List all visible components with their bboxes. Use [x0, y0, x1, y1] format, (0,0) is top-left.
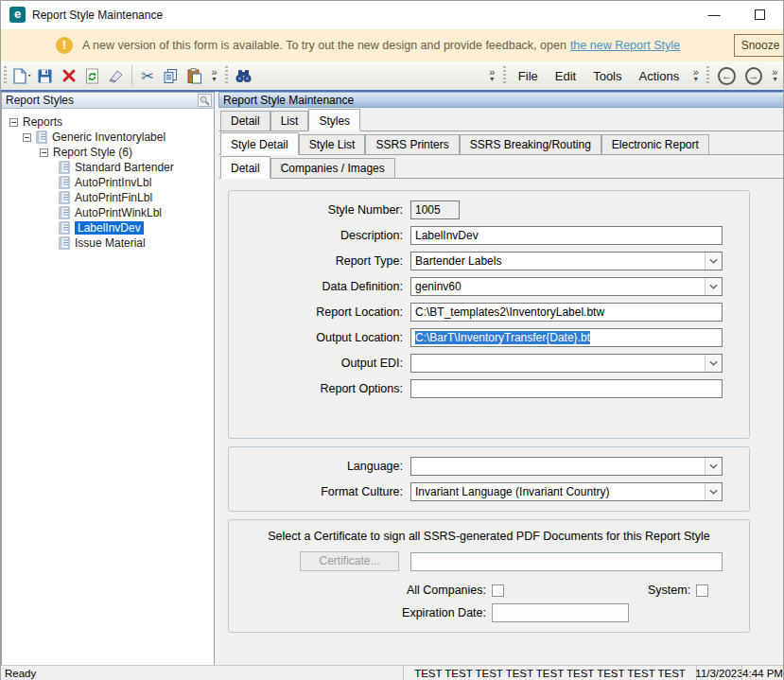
chevron-down-icon[interactable] — [705, 355, 722, 372]
menu-file[interactable]: File — [510, 65, 547, 87]
minimize-button[interactable]: — — [704, 5, 724, 24]
tab-detail[interactable]: Detail — [220, 111, 270, 131]
tree-leaf-standard-bartender[interactable]: Standard Bartender — [6, 160, 212, 175]
new-button[interactable] — [11, 64, 33, 87]
menubar-overflow-button[interactable]: »▾ — [486, 69, 498, 82]
tree-node-label[interactable]: AutoPrintInvLbl — [75, 176, 151, 189]
new-document-icon — [12, 68, 31, 84]
nav-overflow-button[interactable]: »▾ — [689, 69, 702, 82]
panel-caption: Report Style Maintenance — [218, 92, 784, 108]
tree-leaf-autoprintfinlbl[interactable]: AutoPrintFinLbl — [6, 190, 212, 205]
description-label: Description: — [229, 229, 410, 242]
right-overflow-button[interactable]: »▾ — [769, 69, 781, 82]
collapse-icon[interactable] — [23, 133, 31, 142]
system-label: System: — [648, 584, 696, 597]
tree-node-label[interactable]: AutoPrintFinLbl — [75, 191, 152, 204]
tree-node-label[interactable]: Reports — [23, 115, 62, 129]
copy-icon — [163, 68, 179, 84]
refresh-button[interactable] — [81, 64, 103, 87]
tree-leaf-issue-material[interactable]: Issue Material — [6, 235, 212, 251]
paste-button[interactable] — [183, 64, 205, 87]
collapse-icon[interactable] — [9, 118, 18, 127]
menubar-grip[interactable] — [503, 66, 506, 85]
delete-icon — [61, 68, 77, 83]
report-icon — [59, 236, 71, 250]
all-companies-checkbox[interactable] — [492, 584, 504, 597]
tab-styles[interactable]: Styles — [308, 109, 360, 131]
tab-electronic-report[interactable]: Electronic Report — [601, 134, 709, 154]
menu-edit[interactable]: Edit — [547, 65, 584, 87]
tab-style-list[interactable]: Style List — [299, 134, 366, 154]
tab-ssrs-breaking-routing[interactable]: SSRS Breaking/Routing — [460, 134, 601, 154]
tree-node-label[interactable]: Generic Inventorylabel — [52, 131, 166, 144]
tree-node-label[interactable]: AutoPrintWinkLbl — [75, 206, 162, 219]
copy-button[interactable] — [160, 64, 182, 87]
tree-node-label[interactable]: Issue Material — [75, 236, 146, 250]
language-value — [411, 458, 722, 460]
main-toolbar: ✂ »▾ — [1, 61, 783, 90]
toolbar-grip[interactable] — [4, 66, 7, 85]
maximize-button[interactable] — [749, 5, 770, 24]
report-icon — [59, 221, 71, 235]
tab-list[interactable]: List — [270, 111, 309, 131]
certificate-field[interactable] — [410, 552, 723, 571]
tree-leaf-labelinvdev-selected[interactable]: LabelInvDev — [6, 220, 212, 235]
report-type-value: Bartender Labels — [411, 253, 722, 268]
output-location-field[interactable]: C:\BarT\InventoryTransfer{Date}.bt — [410, 328, 723, 347]
tree-node-generic-inventorylabel[interactable]: Generic Inventorylabel — [6, 130, 212, 145]
output-edi-combo[interactable] — [410, 354, 723, 373]
tree-panel-header: Report Styles — [2, 93, 214, 109]
save-button[interactable] — [35, 64, 57, 87]
search-button[interactable] — [233, 64, 254, 87]
expiration-date-field[interactable] — [492, 603, 629, 622]
report-options-field[interactable] — [410, 379, 723, 398]
report-location-field[interactable] — [410, 303, 723, 322]
format-culture-combo[interactable]: Invariant Language (Invariant Country) — [410, 482, 723, 501]
toolbar-grip[interactable] — [225, 66, 228, 85]
report-icon — [59, 191, 71, 204]
style-fields-group: Style Number: Description: Report Type: … — [228, 190, 750, 439]
navigate-forward-button[interactable]: → — [745, 67, 762, 85]
collapse-icon[interactable] — [40, 148, 48, 157]
style-number-label: Style Number: — [229, 203, 410, 217]
tree-node-label[interactable]: Report Style (6) — [53, 146, 132, 159]
snooze-button[interactable]: Snooze — [734, 34, 784, 57]
system-checkbox[interactable] — [696, 584, 708, 597]
toolbar-overflow-button[interactable]: »▾ — [208, 69, 220, 82]
banner-message-text: A new version of this form is available.… — [82, 39, 566, 52]
delete-button[interactable] — [58, 64, 79, 87]
clear-button[interactable] — [105, 64, 127, 87]
tree-node-label[interactable]: Standard Bartender — [75, 161, 174, 174]
style-detail-form: Style Number: Description: Report Type: … — [218, 179, 784, 633]
style-number-field[interactable] — [410, 201, 460, 219]
chevron-down-icon[interactable] — [705, 253, 722, 270]
detail-panel: Report Style Maintenance Detail List Sty… — [218, 92, 784, 666]
pin-icon[interactable] — [198, 94, 212, 107]
banner-message: A new version of this form is available.… — [82, 39, 680, 52]
tab-style-detail[interactable]: Style Detail — [220, 132, 299, 155]
certificate-button[interactable]: Certificate... — [300, 551, 399, 571]
description-field[interactable] — [410, 226, 723, 245]
data-definition-combo[interactable]: geninv60 — [410, 277, 723, 296]
menu-actions[interactable]: Actions — [631, 65, 688, 87]
chevron-down-icon[interactable] — [705, 278, 722, 295]
tree-node-report-style-group[interactable]: Report Style (6) — [6, 145, 212, 160]
new-report-style-link[interactable]: the new Report Style — [570, 39, 680, 52]
tab-ssrs-printers[interactable]: SSRS Printers — [365, 134, 459, 154]
cut-button[interactable]: ✂ — [137, 64, 159, 87]
nav-grip[interactable] — [706, 66, 709, 85]
tree-leaf-autoprintinvlbl[interactable]: AutoPrintInvLbl — [6, 175, 212, 190]
cut-icon: ✂ — [141, 67, 153, 85]
chevron-down-icon[interactable] — [705, 458, 722, 475]
tab-strip-level1: Detail List Styles — [218, 108, 784, 131]
navigate-back-button[interactable]: ← — [718, 67, 735, 85]
tree-node-reports[interactable]: Reports — [6, 114, 212, 130]
report-type-combo[interactable]: Bartender Labels — [410, 252, 723, 270]
tree-node-label-selected[interactable]: LabelInvDev — [75, 221, 144, 235]
tab-companies-images[interactable]: Companies / Images — [270, 158, 395, 178]
chevron-down-icon[interactable] — [705, 483, 722, 500]
language-combo[interactable] — [410, 457, 723, 476]
tree-leaf-autoprintwinklbl[interactable]: AutoPrintWinkLbl — [6, 205, 212, 220]
tab-detail-inner[interactable]: Detail — [220, 156, 270, 179]
menu-tools[interactable]: Tools — [584, 65, 630, 87]
